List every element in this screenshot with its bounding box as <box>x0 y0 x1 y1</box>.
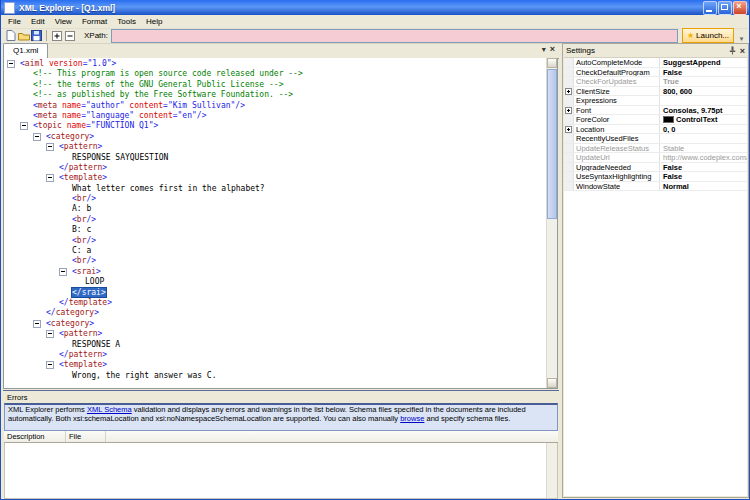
tree-collapse-icon[interactable] <box>46 174 54 182</box>
settings-row-clientsize[interactable]: ClientSize800, 600 <box>564 87 747 97</box>
tab-close-icon[interactable] <box>550 38 555 56</box>
toolbar-overflow-icon[interactable] <box>737 27 746 45</box>
tree-collapse-icon[interactable] <box>20 122 28 130</box>
settings-close-icon[interactable] <box>740 46 745 56</box>
property-value[interactable]: ControlText <box>660 115 747 124</box>
tab-q1-xml[interactable]: Q1.xml <box>3 43 48 58</box>
open-file-button[interactable] <box>17 29 30 42</box>
settings-row-expressions[interactable]: Expressions <box>564 96 747 106</box>
settings-row-checkforupdates[interactable]: CheckForUpdatesTrue <box>564 77 747 87</box>
tree-row[interactable]: </srai> <box>4 288 547 298</box>
tree-row[interactable]: <srai> <box>4 267 547 277</box>
settings-row-recentlyusedfiles[interactable]: RecentlyUsedFiles <box>564 134 747 144</box>
tree-row[interactable]: B: c <box>4 225 547 235</box>
property-value[interactable]: 0, 0 <box>660 125 747 134</box>
settings-panel-header[interactable]: Settings <box>563 44 748 57</box>
property-value[interactable]: Consolas, 9.75pt <box>660 106 747 115</box>
property-value[interactable]: False <box>660 68 747 77</box>
settings-row-autocompletemode[interactable]: AutoCompleteModeSuggestAppend <box>564 58 747 68</box>
property-value[interactable]: 800, 600 <box>660 87 747 96</box>
expand-plus-icon[interactable] <box>565 126 572 133</box>
tree-row[interactable]: <pattern> <box>4 142 547 152</box>
tab-list-chevron-down-icon[interactable] <box>542 38 546 56</box>
expand-all-button[interactable] <box>50 29 63 42</box>
tree-row[interactable]: <!-- the terms of the GNU General Public… <box>4 80 547 90</box>
scroll-up-icon[interactable] <box>547 58 557 68</box>
settings-row-forecolor[interactable]: ForeColorControlText <box>564 115 747 125</box>
property-value[interactable]: http://www.codeplex.com/xmlexplorer <box>660 153 747 162</box>
property-value[interactable]: True <box>660 77 747 86</box>
property-value[interactable]: False <box>660 172 747 181</box>
column-header-description[interactable]: Description <box>4 431 66 442</box>
menu-help[interactable]: Help <box>141 16 167 28</box>
tree-row[interactable]: <meta name="language" content="en"/> <box>4 111 547 121</box>
tree-row[interactable]: <meta name="author" content="Kim Sulliva… <box>4 101 547 111</box>
tree-row[interactable]: <aiml version="1.0"> <box>4 59 547 69</box>
tree-row[interactable]: C: a <box>4 246 547 256</box>
tree-row[interactable]: <!-- This program is open source code re… <box>4 69 547 79</box>
settings-row-checkdefaultprogram[interactable]: CheckDefaultProgramFalse <box>564 68 747 78</box>
tree-collapse-icon[interactable] <box>33 320 41 328</box>
settings-row-font[interactable]: FontConsolas, 9.75pt <box>564 106 747 116</box>
expand-plus-icon[interactable] <box>565 107 572 114</box>
tree-collapse-icon[interactable] <box>7 60 15 68</box>
tree-row[interactable]: <br/> <box>4 256 547 266</box>
settings-row-updateurl[interactable]: UpdateUrlhttp://www.codeplex.com/xmlexpl… <box>564 153 747 163</box>
tree-collapse-icon[interactable] <box>33 133 41 141</box>
tree-row[interactable]: <!-- as published by the Free Software F… <box>4 90 547 100</box>
close-button[interactable] <box>733 1 747 15</box>
minimize-button[interactable] <box>703 1 717 15</box>
tree-row[interactable]: </category> <box>4 308 547 318</box>
property-value[interactable]: Normal <box>660 182 747 191</box>
errors-list[interactable] <box>4 443 558 499</box>
tree-collapse-icon[interactable] <box>46 361 54 369</box>
scroll-down-icon[interactable] <box>547 378 557 388</box>
column-header-file[interactable]: File <box>66 431 106 442</box>
tree-scrollbar[interactable] <box>546 58 557 388</box>
tree-row[interactable]: </template> <box>4 298 547 308</box>
property-value[interactable] <box>660 96 747 105</box>
tree-collapse-icon[interactable] <box>46 330 54 338</box>
launch-button[interactable]: Launch... <box>682 28 734 43</box>
settings-row-windowstate[interactable]: WindowStateNormal <box>564 182 747 192</box>
tree-row[interactable]: LOOP <box>4 277 547 287</box>
errors-scrollbar[interactable] <box>546 443 557 498</box>
settings-row-upgradeneeded[interactable]: UpgradeNeededFalse <box>564 163 747 173</box>
expand-plus-icon[interactable] <box>565 88 572 95</box>
property-value[interactable]: Stable <box>660 144 747 153</box>
save-button[interactable] <box>30 29 43 42</box>
tree-row[interactable]: <category> <box>4 132 547 142</box>
tree-row[interactable]: <topic name="FUNCTION Q1"> <box>4 121 547 131</box>
tree-row[interactable]: <br/> <box>4 215 547 225</box>
tree-row[interactable]: <pattern> <box>4 329 547 339</box>
settings-row-location[interactable]: Location0, 0 <box>564 125 747 135</box>
tree-collapse-icon[interactable] <box>46 143 54 151</box>
browse-link[interactable]: browse <box>400 414 424 423</box>
settings-row-updatereleasestatus[interactable]: UpdateReleaseStatusStable <box>564 144 747 154</box>
tree-row[interactable]: RESPONSE A <box>4 340 547 350</box>
pin-icon[interactable] <box>728 46 737 55</box>
tree-row[interactable]: <template> <box>4 360 547 370</box>
tree-row[interactable]: What letter comes first in the alphabet? <box>4 184 547 194</box>
settings-row-usesyntaxhighlighting[interactable]: UseSyntaxHighlightingFalse <box>564 172 747 182</box>
tree-row[interactable]: </pattern> <box>4 350 547 360</box>
collapse-all-button[interactable] <box>63 29 76 42</box>
tree-row[interactable]: <br/> <box>4 236 547 246</box>
tree-row[interactable]: </pattern> <box>4 163 547 173</box>
property-value[interactable]: False <box>660 163 747 172</box>
menu-tools[interactable]: Tools <box>112 16 141 28</box>
menu-format[interactable]: Format <box>77 16 112 28</box>
tree-row[interactable]: A: b <box>4 204 547 214</box>
tree-row[interactable]: Wrong, the right answer was C. <box>4 371 547 381</box>
tree-collapse-icon[interactable] <box>59 268 67 276</box>
property-value[interactable]: SuggestAppend <box>660 58 747 67</box>
scrollbar-thumb[interactable] <box>547 69 557 219</box>
tree-row[interactable]: RESPONSE SAYQUESTION <box>4 153 547 163</box>
property-value[interactable] <box>660 134 747 143</box>
maximize-button[interactable] <box>718 1 732 15</box>
xpath-input[interactable] <box>111 29 678 43</box>
tree-row[interactable]: <br/> <box>4 194 547 204</box>
new-file-button[interactable] <box>4 29 17 42</box>
tree-row[interactable]: <category> <box>4 319 547 329</box>
tree-row[interactable]: <template> <box>4 173 547 183</box>
